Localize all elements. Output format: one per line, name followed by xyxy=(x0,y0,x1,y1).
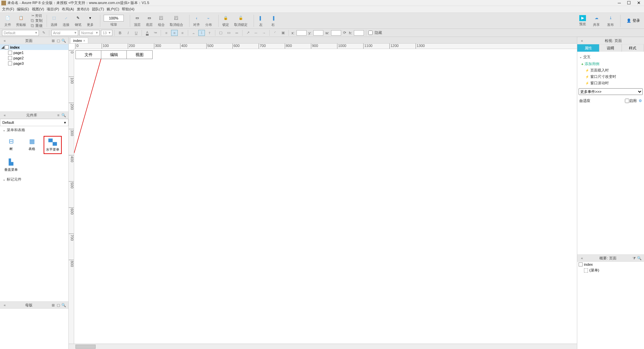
widget-horizontal-menu[interactable]: ▀▄水平菜单 xyxy=(44,136,62,154)
lib-cat-markup[interactable]: 标记元件 xyxy=(0,176,68,183)
page-page3[interactable]: page3 xyxy=(0,61,68,66)
fill-color[interactable]: ▢ xyxy=(217,30,224,36)
minimize-button[interactable]: ─ xyxy=(618,0,621,5)
select-tool[interactable]: ⬚选择 xyxy=(48,14,60,28)
style-edit-icon[interactable]: ✎ xyxy=(40,30,47,36)
outline-index[interactable]: index xyxy=(577,262,644,267)
valign-middle[interactable]: ⫱ xyxy=(198,30,205,36)
hidden-checkbox[interactable] xyxy=(368,31,373,35)
font-combo[interactable]: Arial▾ xyxy=(51,30,78,36)
clipboard-button[interactable]: 📋剪贴板 xyxy=(14,14,28,28)
tab-notes[interactable]: 说明 xyxy=(599,44,622,52)
interaction-section[interactable]: 交互 xyxy=(579,53,643,61)
library-select[interactable]: Default▾ xyxy=(0,119,68,126)
lock-button[interactable]: 🔒锁定 xyxy=(220,14,231,28)
y-input[interactable] xyxy=(313,30,323,36)
menu-edit[interactable]: 编辑(E) xyxy=(17,7,29,12)
arrow-start[interactable]: ↗ xyxy=(245,30,251,36)
horizontal-scrollbar[interactable] xyxy=(69,344,577,349)
corner-radius[interactable]: ◜ xyxy=(272,30,278,36)
pages-search-icon[interactable]: 🔍 xyxy=(61,38,66,43)
menu-account[interactable]: 账户(C) xyxy=(107,7,119,12)
line-color[interactable]: ▭ xyxy=(225,30,232,36)
menu-view[interactable]: 视图(V) xyxy=(32,7,44,12)
outline-collapse-icon[interactable]: « xyxy=(579,255,585,261)
tab-properties[interactable]: 属性 xyxy=(577,44,599,52)
padding[interactable]: ▣ xyxy=(280,30,286,36)
h-input[interactable] xyxy=(354,30,364,36)
widget-tree[interactable]: ⊟树 xyxy=(2,136,20,154)
close-button[interactable]: ✕ xyxy=(637,0,641,5)
event-pageload[interactable]: 页面载入时 xyxy=(579,67,643,73)
menu-layout[interactable]: 布局(A) xyxy=(62,7,74,12)
size-combo[interactable]: 13▾ xyxy=(101,30,112,36)
lib-menu-icon[interactable]: ≡ xyxy=(56,112,61,118)
x-input[interactable] xyxy=(297,30,307,36)
widget-vertical-menu[interactable]: ▙垂直菜单 xyxy=(2,157,20,173)
menu-cell-edit[interactable]: 编辑 xyxy=(101,51,127,59)
font-color-button[interactable]: A xyxy=(144,30,151,36)
more-events[interactable]: 更多事件>>> xyxy=(579,88,643,95)
widget-table[interactable]: ▦表格 xyxy=(23,136,41,154)
line-style[interactable]: ─ xyxy=(253,30,259,36)
outline-filter-icon[interactable]: ⧩ xyxy=(631,255,637,261)
masters-add-icon[interactable]: ⊞ xyxy=(50,302,56,308)
menu-publish[interactable]: 发布(U) xyxy=(77,7,89,12)
masters-collapse-icon[interactable]: « xyxy=(2,302,7,308)
align-right-button[interactable]: ▐右 xyxy=(267,14,279,28)
more-tool[interactable]: ▾更多 xyxy=(85,14,96,28)
pages-add-icon[interactable]: ⊞ xyxy=(50,38,56,43)
ungroup-button[interactable]: ⿴取消组合 xyxy=(168,14,185,28)
publish-button[interactable]: ⤓发布 xyxy=(605,14,616,28)
weight-combo[interactable]: Normal▾ xyxy=(79,30,100,36)
menu-cell-view[interactable]: 视图 xyxy=(127,51,152,59)
bring-front-button[interactable]: ▭顶层 xyxy=(131,14,143,28)
align-left-button[interactable]: ▌左 xyxy=(255,14,267,28)
page-index[interactable]: ◢index xyxy=(0,44,68,50)
canvas-horizontal-menu-widget[interactable]: 文件 编辑 视图 xyxy=(75,50,153,59)
unlock-button[interactable]: 🔓取消锁定 xyxy=(232,14,250,28)
style-combo[interactable]: Default▾ xyxy=(2,30,39,36)
menu-help[interactable]: 帮助(H) xyxy=(122,7,134,12)
share-button[interactable]: ☁共享 xyxy=(591,14,602,28)
align-center-text[interactable]: ≡ xyxy=(171,30,178,36)
page-page2[interactable]: page2 xyxy=(0,55,68,61)
tab-close-icon[interactable]: × xyxy=(83,39,85,43)
pages-folder-icon[interactable]: ▢ xyxy=(56,38,61,43)
lib-search-icon[interactable]: 🔍 xyxy=(61,112,66,118)
align-right-text[interactable]: ≡ xyxy=(179,30,186,36)
underline-button[interactable]: U xyxy=(133,30,140,36)
maximize-button[interactable]: ☐ xyxy=(627,0,631,5)
preview-button[interactable]: ▶预览 xyxy=(577,14,588,27)
masters-folder-icon[interactable]: ▢ xyxy=(56,302,61,308)
lib-collapse-icon[interactable]: « xyxy=(2,112,7,118)
menu-cell-file[interactable]: 文件 xyxy=(76,51,101,59)
outline-menu[interactable]: (菜单) xyxy=(577,267,644,273)
bold-button[interactable]: B xyxy=(117,30,123,36)
lib-cat-menus[interactable]: 菜单和表格 xyxy=(0,126,68,134)
italic-button[interactable]: I xyxy=(125,30,131,36)
canvas[interactable]: 文件 编辑 视图 xyxy=(74,49,577,344)
align-left-text[interactable]: ≡ xyxy=(163,30,170,36)
pen-tool[interactable]: ✎钢笔 xyxy=(72,14,84,28)
send-back-button[interactable]: ▭底层 xyxy=(144,14,155,28)
inspector-collapse-icon[interactable]: « xyxy=(579,38,585,43)
file-button[interactable]: 📄文件 xyxy=(2,14,13,28)
menu-project[interactable]: 项目(P) xyxy=(47,7,59,12)
distribute-button[interactable]: ⫟分布 xyxy=(203,14,214,28)
valign-bottom[interactable]: ⫯ xyxy=(206,30,213,36)
event-scroll[interactable]: 窗口滚动时 xyxy=(579,80,643,86)
outline-search-icon[interactable]: 🔍 xyxy=(637,255,642,261)
tab-index[interactable]: index× xyxy=(70,38,88,43)
align-button[interactable]: ⫞对齐 xyxy=(191,14,202,28)
tab-style[interactable]: 样式 xyxy=(622,44,644,52)
group-button[interactable]: ⿴组合 xyxy=(156,14,167,28)
page-page1[interactable]: page1 xyxy=(0,50,68,55)
add-case-link[interactable]: 添加用例 xyxy=(579,61,643,67)
event-resize[interactable]: 窗口尺寸改变时 xyxy=(579,73,643,80)
enable-adaptive-checkbox[interactable] xyxy=(625,99,629,103)
connect-tool[interactable]: ⟋连接 xyxy=(60,14,72,28)
menu-file[interactable]: 文件(F) xyxy=(2,7,14,12)
bullet-button[interactable]: ≔ xyxy=(152,30,159,36)
arrow-end[interactable]: → xyxy=(261,30,267,36)
